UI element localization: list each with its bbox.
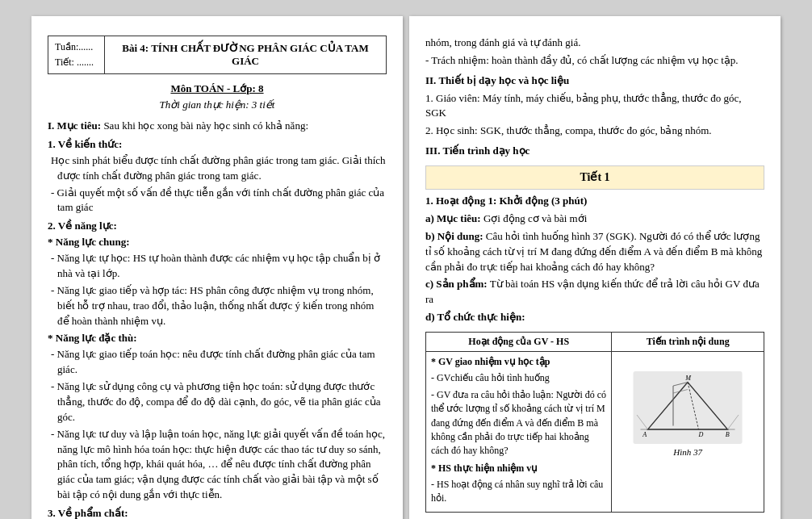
hoat-dong-1-heading: 1. Hoạt động 1: Khởi động (3 phút) xyxy=(425,194,764,209)
table-cell-left: * GV giao nhiệm vụ học tập - GVchiếu câu… xyxy=(426,351,612,512)
triangle-figure: M A D B xyxy=(617,355,759,444)
svg-text:B: B xyxy=(726,431,730,438)
tien-trinh-heading: III. Tiến trình dạy học xyxy=(425,144,764,159)
table-col-2: Tiến trình nội dung xyxy=(612,332,764,351)
kien-thuc-heading: 1. Về kiến thức: xyxy=(48,138,387,151)
tb-item-1: 1. Giáo viên: Máy tính, máy chiếu, bảng … xyxy=(425,91,764,122)
right-page: nhóm, trong đánh giá và tự đánh giá. - T… xyxy=(409,16,781,519)
tiet-1-label: Tiết 1 xyxy=(425,165,764,190)
nldt-item-3: - Năng lực tư duy và lập luận toán học, … xyxy=(48,427,387,503)
thiet-bi-heading: II. Thiết bị dạy học và học liệu xyxy=(425,73,764,89)
kien-thuc-item-1: Học sinh phát biểu được tính chất đường … xyxy=(48,153,387,184)
hs-task-label: * HS thực hiện nhiệm vụ xyxy=(431,462,606,475)
nang-luc-chung-label: * Năng lực chung: xyxy=(48,236,387,249)
nlc-item-1: - Năng lực tự học: HS tự hoàn thành được… xyxy=(48,251,387,282)
hoat-dong-table: Hoạt động của GV - HS Tiến trình nội dun… xyxy=(425,332,764,513)
page-container: Tuần:...... Tiết: ....... Bài 4: TÍNH CH… xyxy=(31,16,781,519)
muc-tieu-a: a) Mục tiêu: Gợi động cơ và bài mới xyxy=(425,211,764,227)
nang-luc-dac-thu-label: * Năng lực đặc thù: xyxy=(48,332,387,345)
table-col-1: Hoạt động của GV - HS xyxy=(426,332,612,351)
header-tuan: Tuần:...... Tiết: ....... xyxy=(48,36,105,73)
table-row: * GV giao nhiệm vụ học tập - GVchiếu câu… xyxy=(426,351,764,512)
fig-label: Hình 37 xyxy=(617,446,759,459)
tuan-label: Tuần:...... xyxy=(55,40,98,55)
header-box: Tuần:...... Tiết: ....... Bài 4: TÍNH CH… xyxy=(48,36,387,74)
pham-chat-heading: 3. Về phẩm chất: xyxy=(48,507,387,519)
right-intro-1: nhóm, trong đánh giá và tự đánh giá. xyxy=(425,36,764,51)
svg-text:M: M xyxy=(685,375,693,382)
san-pham-c: c) Sản phẩm: Từ bài toán HS vận dụng kiế… xyxy=(425,277,764,308)
nang-luc-heading: 2. Về năng lực: xyxy=(48,220,387,232)
hs-line-1: - HS hoạt động cá nhân suy nghĩ trả lời … xyxy=(431,478,606,506)
gv-line-1: - GVchiếu câu hỏi tình huống xyxy=(431,371,606,385)
gv-task-label: * GV giao nhiệm vụ học tập xyxy=(431,355,606,369)
nlc-item-2: - Năng lực giao tiếp và hợp tác: HS phân… xyxy=(48,283,387,329)
gv-line-2: - GV đưa ra câu hỏi thảo luận: Người đó … xyxy=(431,388,606,458)
lesson-title: Bài 4: TÍNH CHẤT ĐƯỜNG PHÂN GIÁC CỦA TAM… xyxy=(111,42,379,68)
mon-label: Môn TOÁN - Lớp: 8 xyxy=(48,82,387,95)
nldt-item-1: - Năng lực giao tiếp toán học: nêu được … xyxy=(48,347,387,378)
muc-tieu-intro: I. Mục tiêu: Sau khi học xong bài này họ… xyxy=(48,118,387,134)
left-page: Tuần:...... Tiết: ....... Bài 4: TÍNH CH… xyxy=(31,16,403,519)
kien-thuc-item-2: - Giải quyết một số vấn đề thực tiễn gắn… xyxy=(48,186,387,216)
header-title: Bài 4: TÍNH CHẤT ĐƯỜNG PHÂN GIÁC CỦA TAM… xyxy=(105,36,386,73)
noi-dung-b: b) Nội dung: Câu hỏi tình huống hình 37 … xyxy=(425,229,764,275)
to-chuc-d: d) Tổ chức thực hiện: xyxy=(425,310,764,325)
nldt-item-2: - Năng lực sử dụng công cụ và phương tiệ… xyxy=(48,379,387,425)
triangle-svg: M A D B xyxy=(631,371,744,444)
right-intro-2: - Trách nhiệm: hoàn thành đầy đủ, có chấ… xyxy=(425,53,764,69)
table-cell-right: M A D B xyxy=(612,351,764,512)
svg-text:D: D xyxy=(698,431,704,438)
tiet-label: Tiết: ....... xyxy=(55,55,98,70)
tb-item-2: 2. Học sinh: SGK, thước thẳng, compa, th… xyxy=(425,123,764,139)
thoi-gian: Thời gian thực hiện: 3 tiết xyxy=(48,98,387,111)
svg-text:A: A xyxy=(642,431,647,438)
